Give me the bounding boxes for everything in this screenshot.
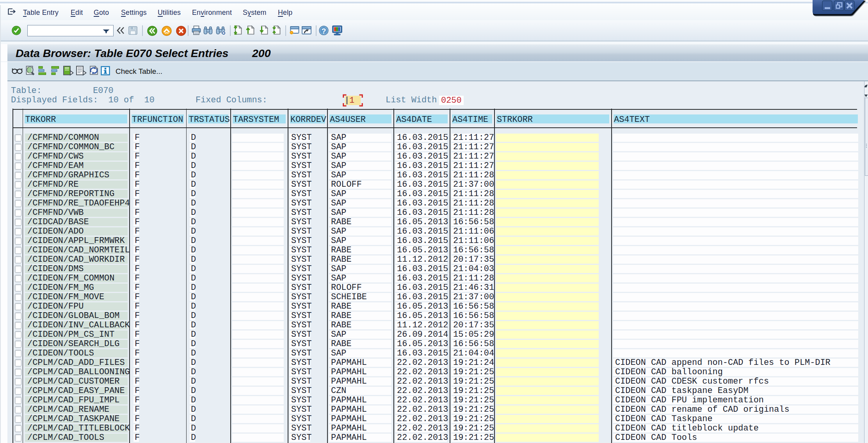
svg-text:?: ? [322,27,326,35]
